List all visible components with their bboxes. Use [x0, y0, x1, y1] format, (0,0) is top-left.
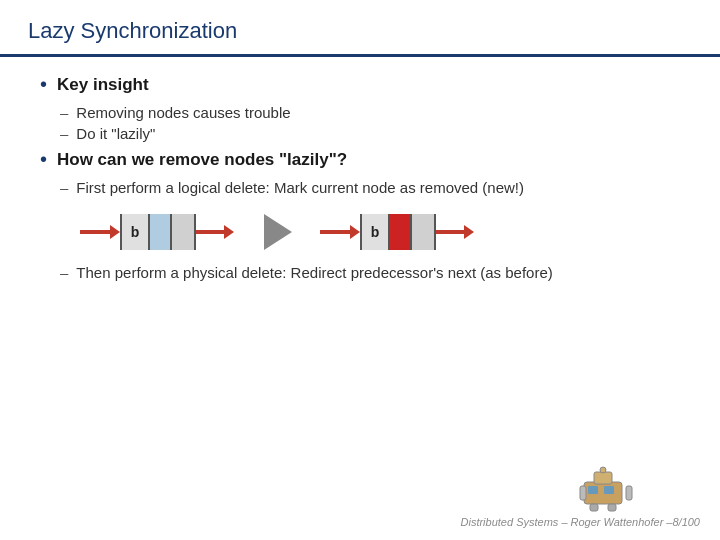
slide-title: Lazy Synchronization	[28, 18, 237, 43]
bullet-label-2: How can we remove nodes "lazily"?	[57, 150, 347, 170]
robot-decoration	[574, 464, 638, 512]
list-chain-after: b	[320, 214, 476, 250]
right-arrow-after	[436, 225, 476, 239]
bullet-label-1: Key insight	[57, 75, 149, 95]
diagram-area: b b	[80, 214, 680, 250]
left-arrow-before	[80, 225, 120, 239]
bullet-dot-1: •	[40, 73, 47, 96]
sub-text-2-2: Then perform a physical delete: Redirect…	[76, 264, 552, 281]
sub-bullet-1-1: – Removing nodes causes trouble	[60, 104, 680, 121]
sub-text-1-2: Do it "lazily"	[76, 125, 155, 142]
svg-rect-6	[626, 486, 632, 500]
big-arrow-shape	[264, 214, 292, 250]
sub-bullet-1-2: – Do it "lazily"	[60, 125, 680, 142]
right-arrow-before	[196, 225, 236, 239]
left-arrow-after	[320, 225, 360, 239]
sub-bullets-2: – First perform a logical delete: Mark c…	[60, 179, 680, 281]
node-b-before: b	[120, 214, 196, 250]
sub-bullet-2-2: – Then perform a physical delete: Redire…	[60, 264, 680, 281]
svg-rect-8	[608, 504, 616, 511]
node-b-cell	[150, 214, 172, 250]
svg-rect-2	[604, 486, 614, 494]
slide: Lazy Synchronization • Key insight – Rem…	[0, 0, 720, 540]
sub-text-1-1: Removing nodes causes trouble	[76, 104, 290, 121]
svg-rect-7	[590, 504, 598, 511]
bullet-item-1: • Key insight	[40, 75, 680, 96]
bullet-dot-2: •	[40, 148, 47, 171]
footer: Distributed Systems – Roger Wattenhofer …	[461, 516, 700, 528]
node-b-after-label: b	[362, 214, 390, 250]
title-bar: Lazy Synchronization	[0, 0, 720, 57]
sub-bullets-1: – Removing nodes causes trouble – Do it …	[60, 104, 680, 142]
robot-svg	[574, 464, 638, 512]
node-b-next	[172, 214, 194, 250]
sub-dash-1-2: –	[60, 125, 68, 142]
sub-dash-1-1: –	[60, 104, 68, 121]
sub-bullet-2-1: – First perform a logical delete: Mark c…	[60, 179, 680, 196]
node-b-after-cell	[390, 214, 412, 250]
svg-rect-5	[580, 486, 586, 500]
node-b-after: b	[360, 214, 436, 250]
footer-text: Distributed Systems – Roger Wattenhofer …	[461, 516, 700, 528]
svg-rect-1	[588, 486, 598, 494]
sub-dash-2-1: –	[60, 179, 68, 196]
node-b-after-next	[412, 214, 434, 250]
transform-arrow	[264, 214, 292, 250]
content-area: • Key insight – Removing nodes causes tr…	[0, 57, 720, 299]
sub-dash-2-2: –	[60, 264, 68, 281]
sub-text-2-1: First perform a logical delete: Mark cur…	[76, 179, 524, 196]
node-b-label: b	[122, 214, 150, 250]
list-chain-before: b	[80, 214, 236, 250]
bullet-item-2: • How can we remove nodes "lazily"?	[40, 150, 680, 171]
svg-point-4	[600, 467, 606, 473]
svg-rect-3	[594, 472, 612, 484]
